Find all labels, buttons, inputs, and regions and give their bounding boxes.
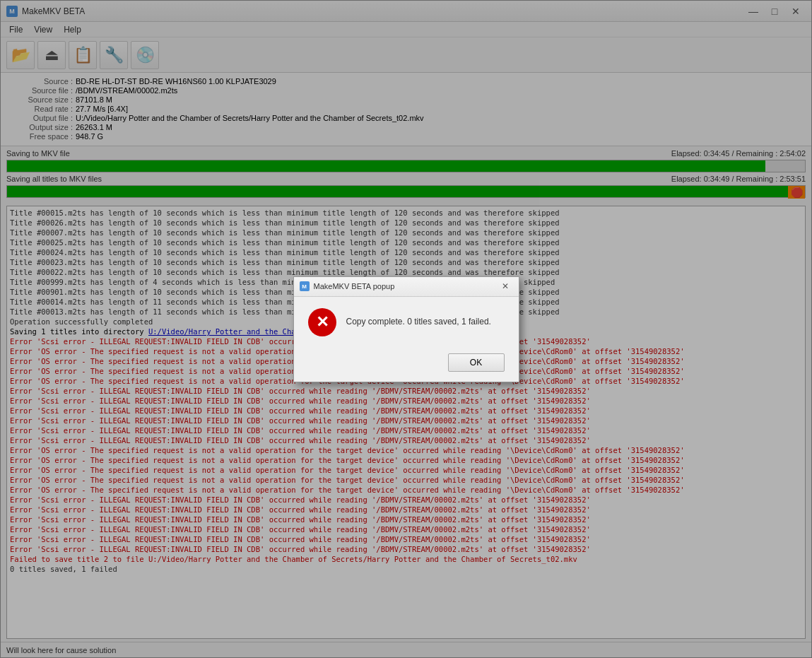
modal-overlay: M MakeMKV BETA popup ✕ ✕ Copy complete. … — [0, 0, 812, 658]
modal-title-bar: M MakeMKV BETA popup ✕ — [294, 277, 519, 297]
popup-modal: M MakeMKV BETA popup ✕ ✕ Copy complete. … — [293, 276, 519, 382]
modal-close-button[interactable]: ✕ — [498, 280, 513, 293]
ok-button[interactable]: OK — [448, 353, 505, 372]
modal-content: ✕ Copy complete. 0 titles saved, 1 faile… — [294, 297, 519, 348]
popup-message: Copy complete. 0 titles saved, 1 failed. — [346, 316, 491, 328]
modal-title: MakeMKV BETA popup — [314, 282, 498, 290]
modal-app-icon: M — [300, 281, 310, 291]
error-icon: ✕ — [308, 308, 336, 336]
modal-footer: OK — [294, 348, 519, 382]
